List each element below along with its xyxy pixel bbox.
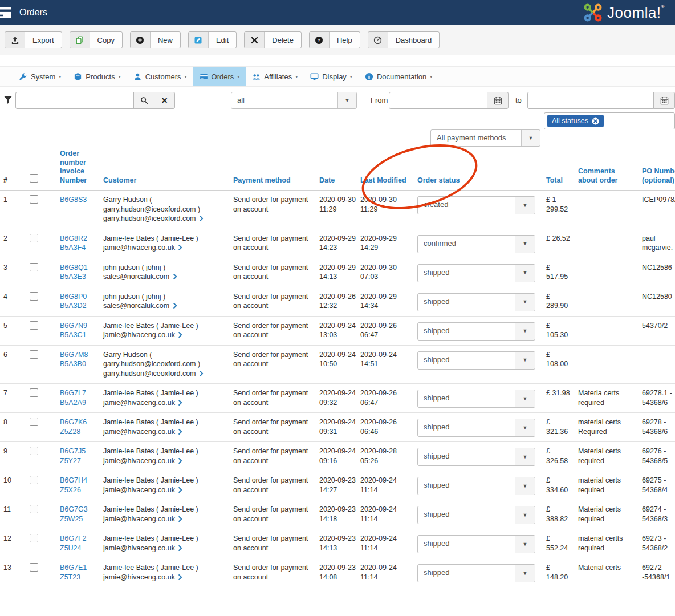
customer-link[interactable]: garry.hudson@iceoxford.com bbox=[103, 369, 224, 379]
delete-button[interactable]: Delete bbox=[244, 31, 302, 48]
menu-item-system[interactable]: System▾ bbox=[13, 67, 67, 86]
order-number-link[interactable]: B6G8R2 bbox=[60, 234, 99, 244]
select-all-checkbox[interactable] bbox=[30, 174, 38, 183]
dashboard-button[interactable]: Dashboard bbox=[368, 31, 440, 48]
row-checkbox[interactable] bbox=[30, 505, 38, 513]
customer-link[interactable]: jamie@hivaceng.co.uk bbox=[103, 398, 224, 408]
row-checkbox[interactable] bbox=[30, 321, 38, 330]
order-number-link[interactable]: B5A3D2 bbox=[60, 301, 99, 311]
order-status-select[interactable]: shipped▼ bbox=[417, 564, 535, 582]
order-number-link[interactable]: Z5W25 bbox=[60, 514, 99, 524]
date-from-input[interactable] bbox=[389, 92, 487, 109]
order-number-link[interactable]: B5A3F4 bbox=[60, 243, 99, 253]
clear-search-button[interactable]: ✕ bbox=[154, 92, 175, 109]
order-status-select[interactable]: shipped▼ bbox=[417, 351, 535, 370]
row-checkbox[interactable] bbox=[30, 292, 38, 301]
status-filter-box[interactable]: All statuses bbox=[544, 112, 675, 129]
order-status-select[interactable]: shipped▼ bbox=[417, 535, 535, 553]
order-number-link[interactable]: B6G7H4 bbox=[60, 476, 99, 485]
column-header-po[interactable]: PO Number (optional) bbox=[642, 131, 675, 191]
help-button[interactable]: ?Help bbox=[309, 31, 360, 48]
customer-link[interactable]: jamie@hivaceng.co.uk bbox=[103, 485, 224, 496]
payment-method-select[interactable]: All payment methods ▼ bbox=[430, 129, 540, 147]
menu-item-products[interactable]: Products▾ bbox=[67, 67, 127, 86]
row-checkbox[interactable] bbox=[30, 476, 38, 484]
order-number-link[interactable]: B6G7N9 bbox=[60, 321, 99, 331]
search-type-select[interactable]: all ▼ bbox=[231, 92, 357, 109]
customer-link[interactable]: jamie@hivaceng.co.uk bbox=[103, 330, 224, 341]
customer-link[interactable]: jamie@hivaceng.co.uk bbox=[103, 544, 224, 554]
menu-item-customers[interactable]: Customers▾ bbox=[127, 67, 193, 86]
order-status-select[interactable]: shipped▼ bbox=[417, 448, 535, 466]
order-number-link[interactable]: Z5T23 bbox=[60, 573, 99, 582]
order-number-link[interactable]: B5A2A9 bbox=[60, 398, 99, 408]
order-status-select[interactable]: shipped▼ bbox=[417, 293, 535, 311]
column-header-date[interactable]: Date bbox=[319, 131, 360, 191]
new-button[interactable]: New bbox=[130, 31, 181, 48]
search-button[interactable] bbox=[133, 92, 154, 109]
order-number-link[interactable]: B6G7J5 bbox=[60, 447, 99, 456]
column-header-modified[interactable]: Last Modified bbox=[360, 131, 417, 191]
customer-link[interactable]: jamie@hivaceng.co.uk bbox=[103, 243, 224, 253]
customer-link[interactable]: jamie@hivaceng.co.uk bbox=[103, 456, 224, 467]
customer-link[interactable]: sales@norcaluk.com bbox=[103, 272, 224, 282]
order-status-select[interactable]: shipped▼ bbox=[417, 477, 535, 495]
order-status-select[interactable]: created▼ bbox=[417, 196, 535, 214]
column-header-total[interactable]: Total bbox=[546, 131, 578, 191]
order-number-link[interactable]: B6G7F2 bbox=[60, 534, 99, 544]
row-checkbox[interactable] bbox=[30, 388, 38, 397]
order-number-link[interactable]: B6G7M8 bbox=[60, 350, 99, 360]
row-checkbox[interactable] bbox=[30, 418, 38, 426]
order-number-link[interactable]: Z5Y27 bbox=[60, 456, 99, 466]
row-checkbox[interactable] bbox=[30, 234, 38, 242]
order-number-link[interactable]: B6G7G3 bbox=[60, 505, 99, 514]
order-number-link[interactable]: B6G7L7 bbox=[60, 388, 99, 398]
customer-link[interactable]: garry.hudson@iceoxford.com bbox=[103, 214, 224, 224]
order-number-link[interactable]: B5A3E3 bbox=[60, 272, 99, 282]
menu-item-documentation[interactable]: Documentation▾ bbox=[359, 67, 438, 86]
order-status-select[interactable]: shipped▼ bbox=[417, 390, 535, 408]
row-checkbox[interactable] bbox=[30, 563, 38, 572]
remove-chip-icon[interactable] bbox=[592, 117, 599, 125]
all-statuses-chip[interactable]: All statuses bbox=[547, 115, 604, 127]
row-checkbox[interactable] bbox=[30, 534, 38, 542]
order-number-link[interactable]: B5A3B0 bbox=[60, 359, 99, 369]
order-number-link[interactable]: B5A3C1 bbox=[60, 330, 99, 340]
copy-button[interactable]: Copy bbox=[70, 31, 123, 48]
order-status-select[interactable]: shipped▼ bbox=[417, 506, 535, 524]
menu-item-orders[interactable]: Orders▾ bbox=[193, 67, 246, 86]
row-checkbox[interactable] bbox=[30, 263, 38, 271]
customer-link[interactable]: sales@norcaluk.com bbox=[103, 301, 224, 311]
customer-link[interactable]: jamie@hivaceng.co.uk bbox=[103, 427, 224, 437]
order-number-link[interactable]: B6G8Q1 bbox=[60, 263, 99, 273]
order-number-link[interactable]: Z5X26 bbox=[60, 485, 99, 495]
menu-item-affiliates[interactable]: Affiliates▾ bbox=[246, 67, 304, 86]
column-header-payment[interactable]: Payment method bbox=[233, 131, 319, 191]
row-checkbox[interactable] bbox=[30, 447, 38, 455]
order-status-select[interactable]: shipped▼ bbox=[417, 264, 535, 282]
export-button[interactable]: Export bbox=[5, 31, 62, 48]
date-to-input[interactable] bbox=[527, 92, 654, 109]
date-from-calendar-button[interactable] bbox=[487, 92, 509, 109]
order-number-link[interactable]: B6G7E1 bbox=[60, 563, 99, 573]
customer-link[interactable]: jamie@hivaceng.co.uk bbox=[103, 514, 224, 525]
column-header-order[interactable]: Order number Invoice Number bbox=[60, 131, 103, 191]
row-checkbox[interactable] bbox=[30, 350, 38, 359]
edit-button[interactable]: Edit bbox=[188, 31, 237, 48]
order-number-link[interactable]: B6G8S3 bbox=[60, 195, 99, 205]
date-cell: 2020-09-24 09:16 bbox=[319, 442, 360, 471]
order-status-select[interactable]: confirmed▼ bbox=[417, 235, 535, 253]
customer-link[interactable]: jamie@hivaceng.co.uk bbox=[103, 573, 224, 583]
order-number-link[interactable]: B6G8P0 bbox=[60, 292, 99, 302]
menu-item-display[interactable]: Display▾ bbox=[304, 67, 359, 86]
column-header-comments[interactable]: Comments about order bbox=[578, 131, 642, 191]
order-number-link[interactable]: B6G7K6 bbox=[60, 418, 99, 427]
date-to-calendar-button[interactable] bbox=[653, 92, 675, 109]
search-input[interactable] bbox=[15, 92, 134, 109]
order-status-select[interactable]: shipped▼ bbox=[417, 322, 535, 341]
order-number-link[interactable]: Z5Z28 bbox=[60, 427, 99, 437]
order-number-link[interactable]: Z5U24 bbox=[60, 544, 99, 553]
order-status-select[interactable]: shipped▼ bbox=[417, 419, 535, 437]
row-checkbox[interactable] bbox=[30, 195, 38, 204]
column-header-customer[interactable]: Customer bbox=[103, 131, 233, 191]
